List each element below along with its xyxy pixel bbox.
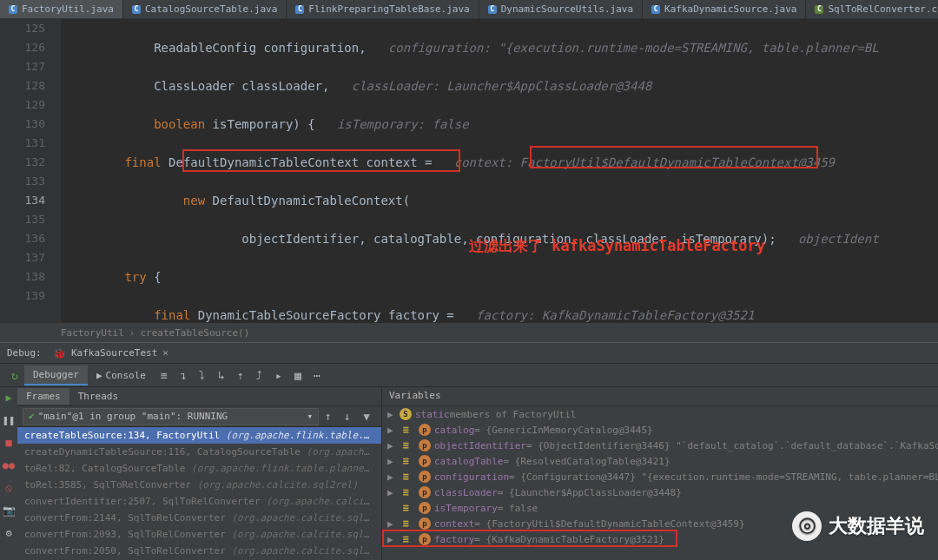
stack-frame[interactable]: convertFrom:2093, SqlToRelConverter (org… [17,526,381,543]
close-icon[interactable]: × [162,347,168,359]
annotation-text: 过滤出来了 kafkaSynamicTableFactory [469,236,765,255]
variable-row[interactable]: ▶≡pcatalogTable = {ResolvedCatalogTable@… [382,453,938,469]
java-icon: C [132,5,141,14]
frames-tab[interactable]: Frames [17,388,69,405]
editor-tabs: CFactoryUtil.java CCatalogSourceTable.ja… [0,0,938,19]
class-icon: C [815,5,823,14]
camera-button[interactable]: 📷 [0,502,17,519]
console-tab[interactable]: ▶Console [88,366,155,385]
more-button[interactable]: ⋯ [307,366,327,385]
watermark: ⦾ 大数据羊说 [792,511,924,541]
pause-button[interactable]: ❚❚ [0,412,17,429]
java-icon: C [488,5,497,14]
tab-catalogsourcetable[interactable]: CCatalogSourceTable.java [123,0,287,18]
rerun-button[interactable]: ↻ [5,366,24,385]
debug-label: Debug: [7,347,42,359]
stepinto-button[interactable]: ↴ [174,366,193,385]
java-icon: C [295,5,304,14]
debug-side-rail: ▶ ❚❚ ■ ●● ⦸ 📷 ⚙ [0,387,17,560]
variable-row[interactable]: ▶≡pconfiguration = {Configuration@3447} … [382,469,938,484]
bug-icon: 🐞 [53,347,66,359]
filter-button[interactable]: ▼ [357,407,376,426]
stack-frame[interactable]: createTableSource:134, FactoryUtil (org.… [17,427,381,444]
variable-row[interactable]: ▶≡pcatalog = {GenericInMemoryCatalog@344… [382,422,938,438]
thread-selector-row: ✔"main"@1 in group "main": RUNNING▾ ↑ ↓ … [17,406,381,427]
tab-flinkpreparing[interactable]: CFlinkPreparingTableBase.java [287,0,479,18]
forcestep-button[interactable]: ⤵ [193,366,212,385]
variable-row[interactable]: ▶≡pclassLoader = {Launcher$AppClassLoade… [382,484,938,500]
runto-button[interactable]: ▸ [269,366,288,385]
mutebreakpoints-button[interactable]: ⦸ [0,479,17,497]
stepout2-button[interactable]: ⇡ [231,366,250,385]
debug-session-name[interactable]: KafkaSourceTest [71,347,157,359]
stack-frame[interactable]: createDynamicTableSource:116, CatalogSou… [17,444,381,460]
code-area[interactable]: ReadableConfig configuration, configurat… [61,19,938,323]
resume-button[interactable]: ▶ [0,389,17,406]
stack-frame[interactable]: convertFrom:2144, SqlToRelConverter (org… [17,510,381,526]
tab-kafkadynamicsource[interactable]: CKafkaDynamicSource.java [643,0,806,18]
variable-row[interactable]: ▶≡pobjectIdentifier = {ObjectIdentifier@… [382,438,938,453]
frames-list[interactable]: createTableSource:134, FactoryUtil (org.… [17,427,381,560]
variable-row[interactable]: ▶Sstatic members of FactoryUtil [382,406,938,422]
code-editor[interactable]: 125 126 127 128 129 130 131 132 133 134 … [0,19,938,323]
tab-sqltorel[interactable]: CSqlToRelConverter.class [806,0,938,18]
viewbreakpoints-button[interactable]: ●● [0,457,17,474]
variables-header: Variables [382,387,938,406]
line-gutter: 125 126 127 128 129 130 131 132 133 134 … [0,19,61,323]
debugger-tab[interactable]: Debugger [24,366,88,385]
debug-toolbar: ↻ Debugger ▶Console ≡ ↴ ⤵ ↳ ⇡ ⤴ ▸ ▦ ⋯ [0,363,938,387]
thread-select[interactable]: ✔"main"@1 in group "main": RUNNING▾ [23,408,319,425]
stack-frame[interactable]: toRel:82, CatalogSourceTable (org.apache… [17,460,381,477]
debug-toolwindow-header: Debug: 🐞 KafkaSourceTest × [0,342,938,363]
next-frame-button[interactable]: ↓ [338,407,357,426]
threads-tab[interactable]: Threads [69,388,127,405]
stack-frame[interactable]: convertIdentifier:2507, SqlToRelConverte… [17,493,381,510]
stack-frame[interactable]: toRel:3585, SqlToRelConverter (org.apach… [17,477,381,493]
settings-button[interactable]: ⚙ [0,524,17,542]
prev-frame-button[interactable]: ↑ [319,407,338,426]
tab-factoryutil[interactable]: CFactoryUtil.java [0,0,123,18]
evaluate-button[interactable]: ▦ [288,366,307,385]
breadcrumb[interactable]: FactoryUtil›createTableSource() [0,323,938,342]
frames-panel: Frames Threads ✔"main"@1 in group "main"… [17,387,382,560]
java-icon: C [9,5,17,14]
stepover-button[interactable]: ≡ [155,366,174,385]
stepout-button[interactable]: ↳ [212,366,231,385]
stop-button[interactable]: ■ [0,434,17,451]
stack-frame[interactable]: convertFrom:2050, SqlToRelConverter (org… [17,543,381,559]
tab-dynamicsourceutils[interactable]: CDynamicSourceUtils.java [479,0,643,18]
java-icon: C [651,5,660,14]
wechat-icon: ⦾ [792,511,822,541]
dropframe-button[interactable]: ⤴ [250,366,269,385]
